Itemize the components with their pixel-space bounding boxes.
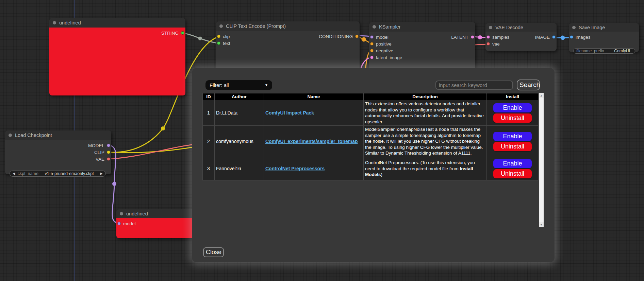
input-port-latent-image[interactable] xyxy=(370,56,374,59)
node-vae-decode[interactable]: VAE Decode samples IMAGE vae xyxy=(485,23,557,51)
scroll-up-arrow-icon[interactable]: ▲ xyxy=(539,93,544,98)
search-input[interactable] xyxy=(435,81,513,90)
output-port-conditioning[interactable] xyxy=(355,35,359,38)
ckpt-prev-arrow[interactable]: ◀ xyxy=(13,172,15,175)
node-title: undefined xyxy=(126,211,148,216)
node-title: Load Checkpoint xyxy=(15,133,52,138)
input-port-vae[interactable] xyxy=(486,42,490,46)
column-header-id: ID xyxy=(203,93,215,100)
output-label: LATENT xyxy=(451,35,468,40)
link-dot-yellow xyxy=(161,126,165,130)
cell-description: ControlNet Preprocessors. (To use this e… xyxy=(364,157,487,180)
filter-selected-value: Filter: all xyxy=(210,82,229,88)
node-undefined-top[interactable]: undefined STRING xyxy=(49,18,185,95)
node-titlebar: VAE Decode xyxy=(485,23,557,32)
input-port-model[interactable] xyxy=(370,35,374,39)
node-collapse-dot[interactable] xyxy=(9,134,12,137)
cell-id: 2 xyxy=(203,126,215,157)
close-button[interactable]: Close xyxy=(203,247,224,257)
input-label: samples xyxy=(492,35,509,40)
widget-label: ckpt_name xyxy=(18,171,38,176)
node-titlebar: undefined xyxy=(116,209,201,218)
output-label: STRING xyxy=(161,31,179,36)
node-collapse-dot[interactable] xyxy=(53,21,56,24)
output-port-model[interactable] xyxy=(107,144,110,147)
extension-link[interactable]: ComfyUI_experiments/sampler_tonemap xyxy=(265,139,358,144)
input-port-samples[interactable] xyxy=(486,35,490,39)
output-port-string[interactable] xyxy=(181,31,184,35)
table-row: 3 Fannovel16 ControlNet Preprocessors Co… xyxy=(203,157,539,180)
ckpt-next-arrow[interactable]: ▶ xyxy=(100,172,103,175)
node-titlebar: Save Image xyxy=(569,23,639,32)
input-port-text[interactable] xyxy=(217,41,220,45)
output-port-vae[interactable] xyxy=(107,157,110,161)
input-label: negative xyxy=(376,48,393,53)
node-body: images filename_prefix ComfyUI xyxy=(569,32,639,52)
uninstall-button[interactable]: Uninstall xyxy=(493,113,532,123)
output-label: MODEL xyxy=(88,143,104,148)
input-port-negative[interactable] xyxy=(370,49,374,52)
node-save-image[interactable]: Save Image images filename_prefix ComfyU… xyxy=(569,23,639,52)
node-title: CLIP Text Encode (Prompt) xyxy=(226,23,286,29)
node-body: model xyxy=(116,218,201,238)
node-collapse-dot[interactable] xyxy=(489,26,492,29)
filter-select[interactable]: Filter: all ▼ xyxy=(205,80,272,90)
scroll-down-arrow-icon[interactable]: ▼ xyxy=(539,222,544,227)
output-port-clip[interactable] xyxy=(107,151,110,154)
node-titlebar: Load Checkpoint xyxy=(5,130,111,140)
link-dot-orange xyxy=(362,37,366,42)
node-body: MODEL CLIP VAE ◀ ckpt_name v1-5-pruned-e… xyxy=(5,140,111,174)
input-port-model[interactable] xyxy=(117,222,121,225)
extension-link[interactable]: ControlNet Preprocessors xyxy=(265,166,325,171)
input-label: latent_image xyxy=(376,55,402,60)
input-port-images[interactable] xyxy=(570,35,573,39)
node-undefined-bottom[interactable]: undefined model xyxy=(116,209,201,238)
node-title: KSampler xyxy=(379,24,401,30)
node-collapse-dot[interactable] xyxy=(120,212,123,215)
uninstall-button[interactable]: Uninstall xyxy=(493,169,532,178)
node-collapse-dot[interactable] xyxy=(373,25,376,29)
column-header-install: Install xyxy=(487,93,539,100)
ckpt-name-widget[interactable]: ◀ ckpt_name v1-5-pruned-emaonly.ckpt ▶ xyxy=(10,171,106,177)
output-label: CONDITIONING xyxy=(319,34,353,39)
column-header-author: Author xyxy=(215,93,264,100)
input-label: images xyxy=(576,35,591,40)
uninstall-button[interactable]: Uninstall xyxy=(493,142,532,151)
filename-prefix-widget[interactable]: filename_prefix ComfyUI xyxy=(573,48,635,54)
enable-button[interactable]: Enable xyxy=(493,103,532,112)
cell-description: This extension offers various detector n… xyxy=(364,100,487,126)
vertical-scrollbar[interactable]: ▲ ▼ xyxy=(539,93,544,227)
widget-value: v1-5-pruned-emaonly.ckpt xyxy=(41,171,98,176)
output-label: CLIP xyxy=(94,150,104,155)
node-title: undefined xyxy=(59,20,81,25)
widget-label: filename_prefix xyxy=(576,49,604,53)
input-label: model xyxy=(123,221,136,226)
input-port-positive[interactable] xyxy=(370,42,374,46)
cell-description: ModelSamplerTonemapNoiseTest a node that… xyxy=(364,126,487,157)
output-label: IMAGE xyxy=(535,35,550,40)
node-collapse-dot[interactable] xyxy=(572,26,576,29)
enable-button[interactable]: Enable xyxy=(493,132,532,141)
input-label: model xyxy=(376,35,389,40)
input-label: positive xyxy=(376,41,392,47)
output-port-latent[interactable] xyxy=(471,35,474,39)
input-port-clip[interactable] xyxy=(217,35,220,38)
link-dot-blue xyxy=(561,36,565,40)
input-label: clip xyxy=(223,34,230,39)
enable-button[interactable]: Enable xyxy=(493,159,532,168)
input-label: vae xyxy=(492,41,500,47)
node-load-checkpoint[interactable]: Load Checkpoint MODEL CLIP VAE ◀ ckpt_na… xyxy=(5,130,111,174)
output-port-image[interactable] xyxy=(552,35,556,39)
node-titlebar: undefined xyxy=(49,18,185,28)
extension-link[interactable]: ComfyUI Impact Pack xyxy=(265,110,314,116)
cell-author: Dr.Lt.Data xyxy=(215,100,264,126)
table-row: 2 comfyanonymous ComfyUI_experiments/sam… xyxy=(203,126,539,157)
cell-author: Fannovel16 xyxy=(215,157,264,180)
node-collapse-dot[interactable] xyxy=(219,24,223,28)
extensions-table: ID Author Name Description Install 1 Dr.… xyxy=(202,93,539,180)
search-button[interactable]: Search xyxy=(517,80,540,90)
node-title: Save Image xyxy=(579,25,605,30)
cell-id: 3 xyxy=(203,157,215,180)
output-label: VAE xyxy=(96,157,104,162)
link-dot-purple xyxy=(112,182,116,186)
